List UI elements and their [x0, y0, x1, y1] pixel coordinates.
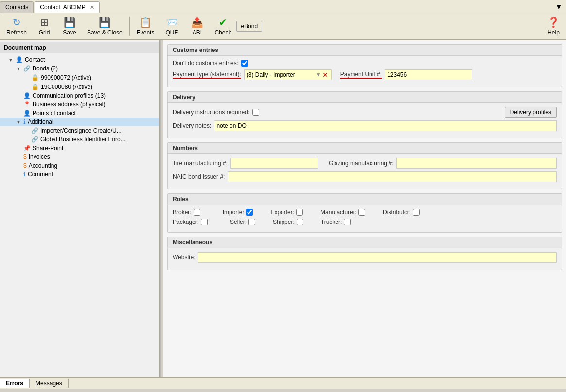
dont-do-checkbox[interactable] — [241, 60, 248, 67]
comment-icon: ℹ — [23, 171, 26, 178]
save-icon: 💾 — [64, 17, 76, 28]
importer-checkbox[interactable] — [246, 209, 253, 216]
events-label: Events — [137, 29, 155, 36]
roles-section: Roles Broker: Importer Exporter: — [167, 193, 562, 233]
bonds-label: Bonds (2) — [33, 65, 58, 72]
tree-item-comment[interactable]: ℹ Comment — [0, 170, 159, 179]
additional-icon: ℹ — [23, 119, 26, 125]
payment-type-dropdown[interactable]: (3) Daily - Importer ▼ ✕ — [244, 69, 332, 80]
tree-item-sharepoint[interactable]: 📌 Share-Point — [0, 144, 159, 153]
events-button[interactable]: 📋 Events — [132, 15, 159, 38]
share-icon: 📌 — [23, 145, 31, 152]
comm-label: Communication profiles (13) — [33, 92, 106, 99]
delivery-notes-input[interactable] — [214, 120, 557, 131]
help-button[interactable]: ❓ Help — [543, 15, 564, 38]
tree-item-accounting[interactable]: $ Accounting — [0, 161, 159, 170]
manufacturer-checkbox[interactable] — [358, 209, 365, 216]
tree-item-importer[interactable]: 🔗 Importer/Consignee Create/U... — [0, 126, 159, 135]
tab-close-icon[interactable]: ✕ — [90, 4, 94, 10]
help-icon: ❓ — [548, 17, 560, 28]
website-input[interactable] — [198, 252, 557, 263]
que-icon: 📨 — [166, 17, 178, 28]
shipper-checkbox[interactable] — [297, 219, 303, 225]
payment-type-label: Payment type (statement): — [173, 71, 241, 79]
global-icon: 🔗 — [31, 136, 38, 143]
naic-input[interactable] — [228, 171, 557, 182]
save-close-button[interactable]: 💾 Save & Close — [83, 15, 127, 38]
packager-checkbox[interactable] — [201, 219, 208, 225]
tree-item-global[interactable]: 🔗 Global Business Identifier Enro... — [0, 135, 159, 144]
que-button[interactable]: 📨 QUE — [159, 15, 184, 38]
tab-contacts-label: Contacts — [5, 4, 28, 11]
seller-label: Seller: — [230, 219, 247, 225]
accounting-icon: $ — [23, 162, 27, 169]
grid-label: Grid — [39, 29, 50, 36]
tree-item-bonds[interactable]: ▼ 🔗 Bonds (2) — [0, 64, 159, 73]
comm-icon: 👤 — [23, 92, 31, 99]
dont-do-row: Don't do customs entries: — [173, 60, 557, 67]
tab-contact-abcimp[interactable]: Contact: ABCIMP ✕ — [35, 1, 100, 13]
abi-button[interactable]: 📤 ABI — [185, 15, 209, 38]
tree-item-bond2[interactable]: 🔒 19C000080 (Active) — [0, 82, 159, 91]
tab-contacts[interactable]: Contacts — [0, 1, 34, 13]
ebond-button[interactable]: eBond — [236, 21, 262, 32]
payment-unit-input[interactable] — [385, 69, 472, 80]
tab-dropdown-icon[interactable]: ▼ — [551, 1, 566, 13]
tree-item-address[interactable]: 📍 Business address (physical) — [0, 100, 159, 109]
delivery-body: Delivery instructions required: Delivery… — [168, 103, 562, 138]
invoices-label: Invoices — [29, 153, 50, 160]
tree-item-additional[interactable]: ▼ ℹ Additional — [0, 118, 159, 126]
poc-label: Points of contact — [33, 110, 76, 117]
delivery-instructions-checkbox[interactable] — [252, 109, 259, 116]
tree-item-poc[interactable]: 👤 Points of contact — [0, 109, 159, 118]
customs-entries-body: Don't do customs entries: Payment type (… — [168, 56, 562, 87]
trucker-checkbox[interactable] — [344, 219, 351, 225]
delivery-profiles-button[interactable]: Delivery profiles — [505, 107, 557, 118]
events-icon: 📋 — [140, 17, 152, 28]
contact-label: Contact — [25, 56, 45, 63]
right-panel: Customs entries Don't do customs entries… — [163, 40, 566, 377]
tree-item-invoices[interactable]: $ Invoices — [0, 153, 159, 161]
exporter-role: Exporter: — [270, 209, 303, 216]
invoice-icon: $ — [23, 153, 27, 160]
tab-contact-abcimp-label: Contact: ABCIMP — [40, 4, 85, 11]
distributor-role: Distributor: — [383, 209, 420, 216]
dropdown-clear-icon[interactable]: ✕ — [321, 71, 329, 79]
ebond-label: eBond — [241, 23, 258, 30]
seller-checkbox[interactable] — [248, 219, 255, 225]
bond2-icon: 🔒 — [31, 83, 39, 90]
save-label: Save — [63, 29, 76, 36]
glazing-input[interactable] — [396, 158, 557, 169]
tire-glazing-row: Tire manufacturing #: Glazing manufactur… — [173, 158, 557, 169]
check-button[interactable]: ✔ Check — [210, 15, 235, 38]
payment-type-value: (3) Daily - Importer — [247, 71, 316, 78]
status-tab-errors[interactable]: Errors — [0, 379, 30, 388]
delivery-notes-label: Delivery notes: — [173, 122, 211, 129]
additional-label: Additional — [28, 119, 53, 125]
tree-item-contact[interactable]: ▼ 👤 Contact — [0, 55, 159, 64]
seller-role: Seller: — [230, 219, 255, 225]
exporter-checkbox[interactable] — [296, 209, 303, 216]
check-label: Check — [214, 29, 231, 36]
bond1-label: 990900072 (Active) — [41, 74, 91, 81]
tree-item-bond1[interactable]: 🔒 990900072 (Active) — [0, 73, 159, 82]
trucker-label: Trucker: — [321, 219, 342, 225]
payment-type-row: Payment type (statement): (3) Daily - Im… — [173, 69, 557, 80]
roles-header: Roles — [168, 194, 562, 205]
delivery-header: Delivery — [168, 92, 562, 103]
glazing-label: Glazing manufacturing #: — [329, 160, 393, 167]
grid-button[interactable]: ⊞ Grid — [32, 15, 56, 38]
tab-bar: Contacts Contact: ABCIMP ✕ ▼ — [0, 0, 566, 13]
save-button[interactable]: 💾 Save — [57, 15, 82, 38]
broker-checkbox[interactable] — [194, 209, 200, 216]
tree-item-comm[interactable]: 👤 Communication profiles (13) — [0, 91, 159, 100]
abi-label: ABI — [193, 29, 202, 36]
main-layout: Document map ▼ 👤 Contact ▼ 🔗 Bonds (2) 🔒… — [0, 40, 566, 377]
distributor-checkbox[interactable] — [413, 209, 420, 216]
status-tab-messages[interactable]: Messages — [30, 379, 69, 388]
delivery-instructions-row: Delivery instructions required: Delivery… — [173, 107, 557, 118]
address-label: Business address (physical) — [33, 101, 105, 108]
refresh-button[interactable]: ↻ Refresh — [2, 15, 31, 38]
naic-label: NAIC bond issuer #: — [173, 173, 225, 180]
tire-input[interactable] — [230, 158, 318, 169]
